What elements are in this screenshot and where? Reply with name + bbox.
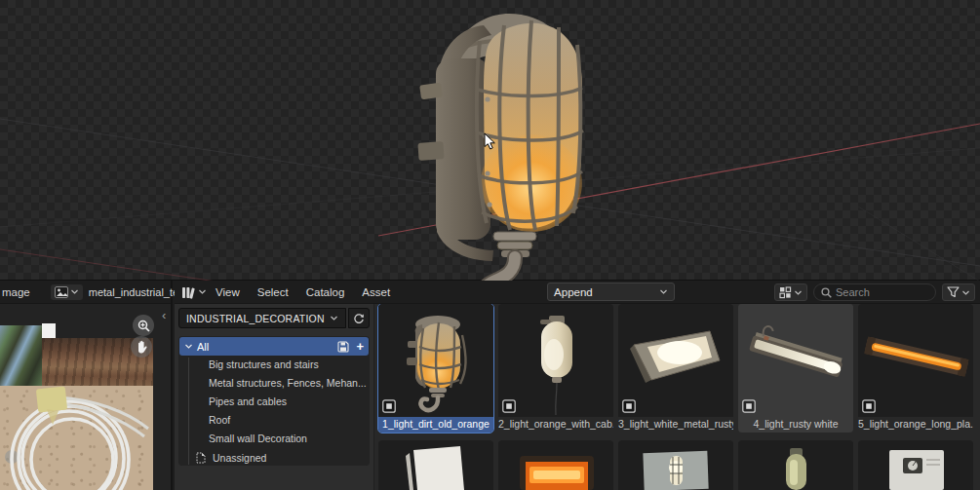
asset-card-8-partial[interactable] bbox=[618, 440, 733, 490]
asset-card-6-partial[interactable] bbox=[378, 440, 493, 490]
asset-card-10-partial[interactable] bbox=[858, 440, 973, 490]
catalog-item-small-wall-decoration[interactable]: Small wall Decoration bbox=[179, 430, 369, 448]
asset-card-7-partial[interactable] bbox=[498, 440, 613, 490]
asset-thumbnail-4[interactable] bbox=[738, 304, 853, 417]
asset-card-5[interactable]: 5_light_orange_long_pla... bbox=[858, 304, 973, 433]
catalog-item-big-structures[interactable]: Big structures and stairs bbox=[179, 356, 369, 374]
drag-corner-icon bbox=[622, 399, 636, 413]
texture-region-structure-photo bbox=[0, 325, 42, 386]
asset-grid: 1_light_dirt_old_orange bbox=[375, 304, 980, 490]
viewport-scene bbox=[0, 0, 980, 281]
image-editor-canvas[interactable] bbox=[0, 304, 158, 490]
refresh-icon bbox=[353, 313, 365, 324]
import-method-value: Append bbox=[554, 286, 659, 298]
image-icon bbox=[55, 286, 68, 298]
viewport-object-caged-lamp[interactable] bbox=[417, 14, 583, 281]
image-menu[interactable]: mage bbox=[0, 286, 39, 298]
search-icon bbox=[821, 287, 832, 298]
catalog-item-roof[interactable]: Roof bbox=[179, 411, 369, 430]
refresh-library-button[interactable] bbox=[348, 308, 370, 328]
cable-coil-graphic bbox=[0, 386, 153, 490]
add-catalog-icon[interactable]: + bbox=[356, 339, 364, 354]
search-input[interactable] bbox=[836, 286, 923, 298]
asset-card-9-partial[interactable] bbox=[738, 440, 853, 490]
asset-library-name: INDUSTRIAL_DECORATION bbox=[186, 313, 330, 324]
filter-button[interactable] bbox=[942, 283, 975, 301]
asset-card-3[interactable]: 3_light_white_metal_rusty bbox=[618, 304, 733, 433]
chevron-down-icon bbox=[330, 315, 338, 321]
asset-label-2: 2_light_orange_with_cab... bbox=[498, 417, 613, 433]
hand-icon bbox=[136, 340, 148, 354]
image-datablock-name[interactable]: metal_industrial_tex bbox=[89, 286, 184, 298]
asset-thumbnail-1[interactable] bbox=[378, 304, 493, 417]
grid-view-icon bbox=[779, 286, 792, 299]
chevron-down-icon bbox=[794, 289, 803, 296]
catalog-item-metal-structures[interactable]: Metal structures, Fences, Mehan... bbox=[179, 374, 369, 393]
asset-label-5: 5_light_orange_long_pla... bbox=[858, 417, 973, 433]
asset-card-4[interactable]: 4_light_rusty white bbox=[738, 304, 853, 433]
pan-button[interactable] bbox=[131, 336, 152, 358]
drag-corner-icon bbox=[742, 399, 756, 413]
blender-window: mage metal_industrial_tex bbox=[0, 0, 980, 490]
asset-browser-icon bbox=[181, 285, 196, 299]
unassigned-label: Unassigned bbox=[213, 452, 266, 464]
asset-thumbnail-5[interactable] bbox=[858, 304, 973, 417]
texture-region-cable-photo bbox=[0, 386, 153, 490]
asset-library-dropdown[interactable]: INDUSTRIAL_DECORATION bbox=[178, 308, 346, 328]
display-mode-button[interactable] bbox=[774, 283, 807, 301]
chevron-down-icon bbox=[70, 288, 79, 295]
asset-search-box[interactable] bbox=[813, 283, 936, 301]
filter-funnel-icon bbox=[947, 286, 960, 298]
drag-corner-icon bbox=[862, 399, 876, 413]
asset-thumbnail-2[interactable] bbox=[498, 304, 613, 417]
image-editor-header: mage metal_industrial_tex bbox=[0, 281, 171, 304]
chevron-expanded-icon[interactable] bbox=[184, 343, 193, 350]
chevron-down-icon bbox=[659, 288, 668, 295]
menu-catalog[interactable]: Catalog bbox=[297, 286, 354, 298]
asset-browser-panel: View Select Catalog Asset Append bbox=[175, 281, 980, 490]
save-catalog-icon[interactable] bbox=[337, 341, 349, 353]
tree-indent-guide bbox=[188, 358, 189, 465]
catalog-item-all[interactable]: All + bbox=[179, 337, 369, 356]
asset-thumbnail-3[interactable] bbox=[618, 304, 733, 417]
asset-label-3: 3_light_white_metal_rusty bbox=[618, 417, 733, 433]
editor-type-button[interactable] bbox=[181, 285, 207, 299]
asset-browser-header: View Select Catalog Asset Append bbox=[175, 281, 980, 304]
asset-label-4: 4_light_rusty white bbox=[738, 417, 853, 433]
catalog-item-pipes-cables[interactable]: Pipes and cables bbox=[179, 393, 369, 411]
magnifier-plus-icon bbox=[137, 320, 150, 332]
catalog-item-unassigned[interactable]: Unassigned bbox=[179, 448, 369, 467]
viewport-3d[interactable] bbox=[0, 0, 980, 281]
region-collapse-arrow-icon[interactable]: ‹ bbox=[162, 308, 166, 322]
drag-corner-icon bbox=[382, 399, 396, 413]
chevron-down-icon bbox=[961, 289, 970, 296]
catalog-tree: All + Big structures and stairs Metal st… bbox=[178, 336, 370, 466]
menu-select[interactable]: Select bbox=[249, 286, 297, 298]
image-editor-panel: mage metal_industrial_tex bbox=[0, 281, 173, 490]
unassigned-file-icon bbox=[195, 452, 207, 464]
zoom-in-button[interactable] bbox=[133, 315, 154, 336]
catalog-root-label: All bbox=[197, 341, 337, 353]
image-datablock-icon-button[interactable] bbox=[51, 284, 83, 300]
menu-view[interactable]: View bbox=[207, 286, 249, 298]
menu-asset[interactable]: Asset bbox=[353, 286, 399, 298]
catalog-sidebar: INDUSTRIAL_DECORATION All bbox=[175, 304, 374, 490]
asset-card-1[interactable]: 1_light_dirt_old_orange bbox=[378, 304, 493, 433]
chevron-down-icon bbox=[198, 288, 207, 295]
import-method-dropdown[interactable]: Append bbox=[547, 283, 675, 301]
drag-corner-icon bbox=[502, 399, 516, 413]
asset-label-1: 1_light_dirt_old_orange bbox=[378, 417, 493, 433]
texture-region-white-swatch bbox=[42, 323, 56, 338]
asset-card-2[interactable]: 2_light_orange_with_cab... bbox=[498, 304, 613, 433]
